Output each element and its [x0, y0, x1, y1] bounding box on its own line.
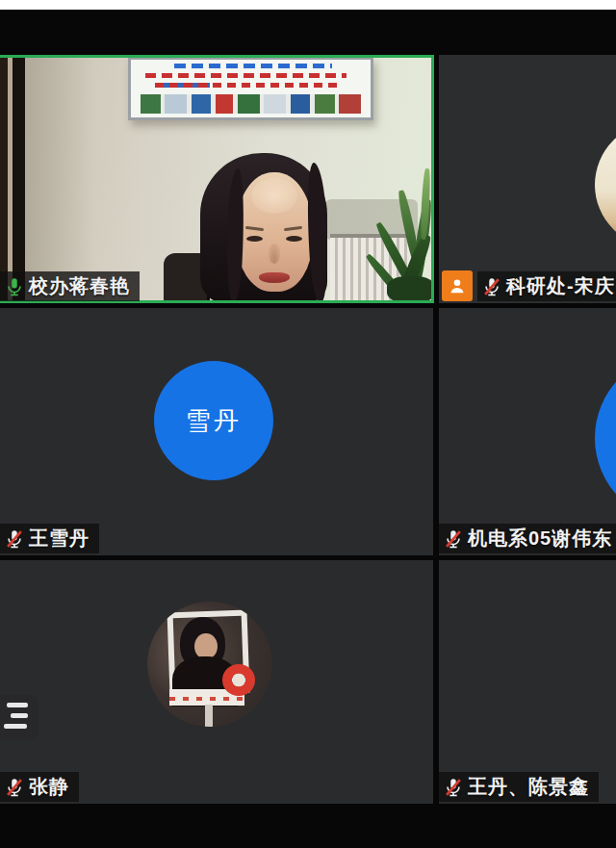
forehead-highlight: [251, 178, 297, 214]
participant-name: 王雪丹: [29, 526, 90, 552]
avatar-photo-partial: [595, 122, 616, 247]
name-label: 王丹、陈景鑫: [439, 772, 599, 802]
poster-text-row: [155, 83, 337, 88]
scene-door-frame: [0, 55, 25, 303]
person-face: [236, 172, 313, 292]
name-label: 科研处-宋庆: [477, 271, 616, 301]
label-row: 科研处-宋庆: [442, 270, 616, 301]
photo-person-face: [194, 633, 217, 659]
participant-tile[interactable]: 雪丹 王雪丹: [0, 308, 433, 555]
scene-wall-shadow: [25, 55, 112, 303]
participant-tile[interactable]: 张静: [0, 560, 433, 804]
overlay-mark: [7, 703, 28, 707]
name-label: 机电系05谢伟东: [439, 524, 616, 553]
clipped-overlay-marks: [0, 695, 38, 739]
mic-muted-icon: [4, 528, 25, 550]
person-icon: [447, 275, 468, 296]
avatar-photo: [147, 602, 272, 727]
participant-tile[interactable]: 王丹、陈景鑫: [439, 560, 616, 804]
mic-muted-icon: [443, 777, 464, 798]
nose-shadow: [269, 244, 281, 264]
poster-text-row: [145, 73, 346, 78]
photo-red-sticker: [222, 664, 255, 696]
name-label: 校办蒋春艳: [0, 271, 140, 301]
mic-muted-icon: [443, 528, 464, 550]
mic-on-icon: [4, 276, 25, 297]
participant-name: 科研处-宋庆: [506, 273, 615, 299]
name-label: 张静: [0, 772, 79, 802]
participant-tile[interactable]: 机电系05谢伟东: [439, 308, 616, 555]
scene-poster-board: [128, 57, 373, 120]
camera-video: [0, 55, 434, 303]
video-grid: 校办蒋春艳 科研处-宋庆: [0, 10, 616, 848]
participant-tile[interactable]: 科研处-宋庆: [439, 55, 616, 303]
avatar-initials-partial: [595, 353, 616, 523]
participant-name: 机电系05谢伟东: [468, 526, 612, 552]
mic-muted-icon: [481, 276, 502, 297]
lips: [259, 272, 290, 283]
photo-frame-handle: [205, 705, 213, 727]
poster-photo-strip: [141, 94, 361, 114]
right-eyebrow: [284, 226, 302, 231]
avatar-initials-text: 雪丹: [186, 404, 242, 438]
plant-base: [387, 276, 434, 303]
participant-name: 张静: [29, 774, 69, 800]
left-eyebrow: [245, 226, 264, 231]
person-badge-icon: [442, 270, 473, 301]
overlay-mark: [4, 724, 27, 729]
mic-muted-icon: [4, 777, 25, 798]
overlay-mark: [11, 713, 28, 718]
participant-name: 校办蒋春艳: [29, 273, 130, 299]
left-eye: [246, 236, 263, 242]
meeting-window: 校办蒋春艳 科研处-宋庆: [0, 0, 616, 848]
participant-tile-active-speaker[interactable]: 校办蒋春艳: [0, 55, 434, 303]
name-label: 王雪丹: [0, 524, 99, 553]
avatar-initials: 雪丹: [154, 361, 273, 480]
poster-title-row: [174, 64, 332, 68]
participant-name: 王丹、陈景鑫: [468, 774, 589, 800]
right-eye: [286, 236, 302, 242]
